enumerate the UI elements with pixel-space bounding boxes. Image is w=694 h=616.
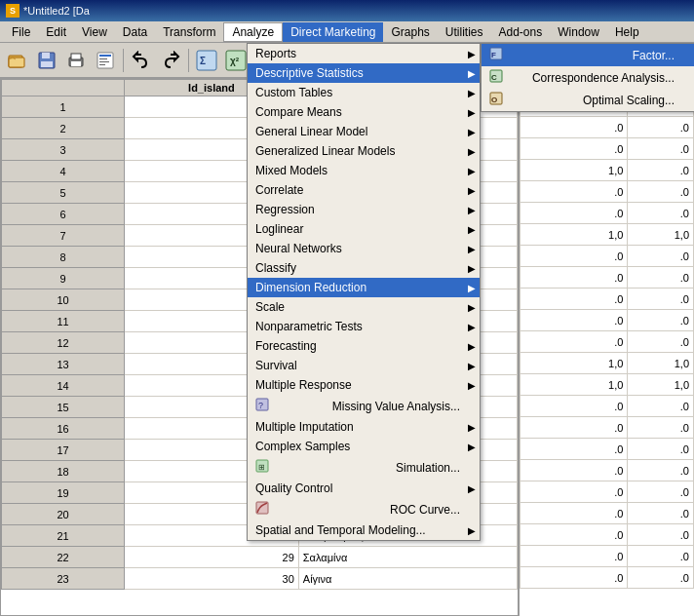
save-button[interactable] <box>33 47 60 74</box>
cell-fli[interactable]: .0 <box>628 481 694 503</box>
cell-int-airport[interactable]: .0 <box>520 546 628 567</box>
dimension-reduction-submenu[interactable]: F Factor... C Correspondence Analysis...… <box>481 43 694 112</box>
menu-nonparametric[interactable]: Nonparametric Tests ▶ <box>248 317 480 336</box>
cell-id[interactable]: 29 <box>125 547 299 568</box>
cell-fli[interactable]: .0 <box>628 246 694 267</box>
menu-dimension-reduction[interactable]: Dimension Reduction ▶ <box>248 278 480 297</box>
cell-int-airport[interactable]: .0 <box>520 567 628 589</box>
print-button[interactable] <box>62 47 90 74</box>
menu-data[interactable]: Data <box>115 22 155 42</box>
menu-help[interactable]: Help <box>607 22 647 42</box>
cell-int-airport[interactable]: .0 <box>520 439 628 460</box>
menu-file[interactable]: File <box>4 22 38 42</box>
menu-view[interactable]: View <box>74 22 115 42</box>
cell-int-airport[interactable]: .0 <box>520 181 628 203</box>
cell-int-airport[interactable]: .0 <box>520 417 628 439</box>
menu-correlate[interactable]: Correlate ▶ <box>248 180 480 200</box>
menu-analyze[interactable]: Analyze <box>223 22 283 42</box>
submenu-correspondence[interactable]: C Correspondence Analysis... <box>482 66 694 89</box>
cell-fli[interactable]: .0 <box>628 289 694 310</box>
cell-fli[interactable]: .0 <box>628 567 694 589</box>
cell-id[interactable]: 30 <box>125 568 299 590</box>
cell-fli[interactable]: .0 <box>628 460 694 481</box>
menu-direct-marketing[interactable]: Direct Marketing <box>283 22 383 42</box>
menu-roc-curve[interactable]: ROC Curve... <box>248 498 480 520</box>
cell-int-airport[interactable]: .0 <box>520 267 628 289</box>
cell-int-airport[interactable]: .0 <box>520 460 628 481</box>
cell-int-airport[interactable]: .0 <box>520 310 628 331</box>
cell-int-airport[interactable]: 1,0 <box>520 160 628 181</box>
cell-fli[interactable]: 1,0 <box>628 224 694 246</box>
cell-island-name[interactable]: Αίγινα <box>298 568 517 590</box>
cell-int-airport[interactable]: 1,0 <box>520 224 628 246</box>
cell-int-airport[interactable]: .0 <box>520 503 628 524</box>
analyze-menu[interactable]: Reports ▶ Descriptive Statistics ▶ Custo… <box>247 43 481 541</box>
cell-fli[interactable]: .0 <box>628 524 694 546</box>
menu-quality-control[interactable]: Quality Control ▶ <box>248 479 480 498</box>
redo-button[interactable] <box>157 47 184 74</box>
menu-transform[interactable]: Transform <box>155 22 223 42</box>
menu-window[interactable]: Window <box>550 22 607 42</box>
cell-int-airport[interactable]: .0 <box>520 396 628 417</box>
menu-generalized-linear[interactable]: Generalized Linear Models ▶ <box>248 141 480 161</box>
dialog-button[interactable] <box>92 47 119 74</box>
dimension-reduction-arrow: ▶ <box>468 283 476 293</box>
menu-utilities[interactable]: Utilities <box>438 22 491 42</box>
menu-general-linear[interactable]: General Linear Model ▶ <box>248 122 480 141</box>
cell-fli[interactable]: .0 <box>628 331 694 353</box>
cell-int-airport[interactable]: 1,0 <box>520 353 628 374</box>
menu-survival[interactable]: Survival ▶ <box>248 356 480 375</box>
cell-fli[interactable]: .0 <box>628 203 694 224</box>
menu-loglinear[interactable]: Loglinear ▶ <box>248 219 480 239</box>
cell-fli[interactable]: .0 <box>628 160 694 181</box>
spss-icon-1[interactable]: Σ <box>193 47 220 74</box>
submenu-optimal-scaling[interactable]: O Optimal Scaling... <box>482 89 694 111</box>
menu-classify[interactable]: Classify ▶ <box>248 258 480 278</box>
cell-fli[interactable]: .0 <box>628 439 694 460</box>
menu-addons[interactable]: Add-ons <box>491 22 551 42</box>
cell-int-airport[interactable]: .0 <box>520 138 628 160</box>
menu-descriptive-stats[interactable]: Descriptive Statistics ▶ <box>248 63 480 83</box>
menu-missing-value[interactable]: ? Missing Value Analysis... <box>248 395 480 417</box>
cell-fli[interactable]: .0 <box>628 396 694 417</box>
cell-fli[interactable]: .0 <box>628 267 694 289</box>
submenu-factor[interactable]: F Factor... <box>482 44 694 66</box>
cell-int-airport[interactable]: .0 <box>520 481 628 503</box>
menu-complex-samples[interactable]: Complex Samples ▶ <box>248 437 480 456</box>
menu-graphs[interactable]: Graphs <box>383 22 437 42</box>
cell-int-airport[interactable]: .0 <box>520 524 628 546</box>
spss-icon-2[interactable]: χ² <box>222 47 250 74</box>
menu-multiple-response[interactable]: Multiple Response ▶ <box>248 375 480 395</box>
cell-fli[interactable]: 1,0 <box>628 374 694 396</box>
menu-mixed-models[interactable]: Mixed Models ▶ <box>248 161 480 180</box>
cell-fli[interactable]: .0 <box>628 503 694 524</box>
cell-int-airport[interactable]: .0 <box>520 203 628 224</box>
cell-fli[interactable]: .0 <box>628 138 694 160</box>
cell-int-airport[interactable]: .0 <box>520 331 628 353</box>
menu-edit[interactable]: Edit <box>38 22 74 42</box>
cell-fli[interactable]: .0 <box>628 181 694 203</box>
undo-button[interactable] <box>128 47 155 74</box>
cell-fli[interactable]: .0 <box>628 546 694 567</box>
menu-neural-networks[interactable]: Neural Networks ▶ <box>248 239 480 258</box>
menu-multiple-imputation[interactable]: Multiple Imputation ▶ <box>248 417 480 437</box>
menu-forecasting[interactable]: Forecasting ▶ <box>248 336 480 356</box>
open-button[interactable] <box>4 47 31 74</box>
cell-int-airport[interactable]: .0 <box>520 117 628 138</box>
cell-int-airport[interactable]: .0 <box>520 246 628 267</box>
cell-fli[interactable]: .0 <box>628 310 694 331</box>
cell-int-airport[interactable]: 1,0 <box>520 374 628 396</box>
menu-spatial-temporal[interactable]: Spatial and Temporal Modeling... ▶ <box>248 520 480 540</box>
cell-fli[interactable]: 1,0 <box>628 353 694 374</box>
menu-regression[interactable]: Regression ▶ <box>248 200 480 219</box>
menu-reports[interactable]: Reports ▶ <box>248 44 480 63</box>
menu-custom-tables[interactable]: Custom Tables ▶ <box>248 83 480 102</box>
cell-fli[interactable]: .0 <box>628 417 694 439</box>
menu-compare-means[interactable]: Compare Means ▶ <box>248 102 480 122</box>
menu-scale[interactable]: Scale ▶ <box>248 297 480 317</box>
cell-island-name[interactable]: Σαλαμίνα <box>298 547 517 568</box>
classify-label: Classify <box>255 261 296 275</box>
cell-fli[interactable]: .0 <box>628 117 694 138</box>
cell-int-airport[interactable]: .0 <box>520 289 628 310</box>
menu-simulation[interactable]: ⊞ Simulation... <box>248 456 480 479</box>
